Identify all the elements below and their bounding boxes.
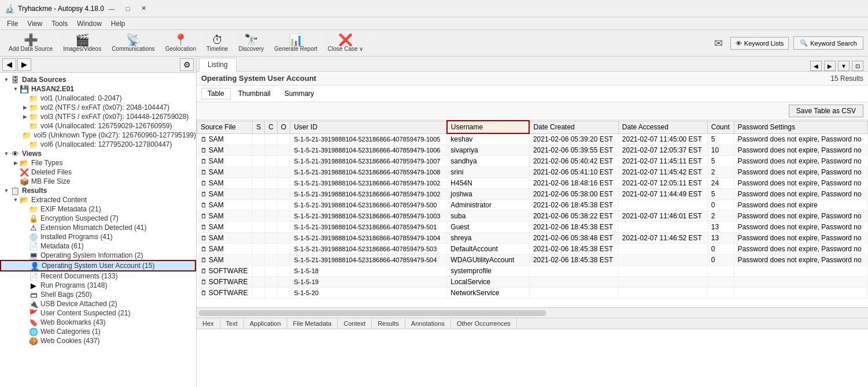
col-username[interactable]: Username	[447, 121, 530, 133]
tree-item-1[interactable]: ▼💾HASAN2.E01	[0, 84, 196, 94]
menu-tools[interactable]: Tools	[47, 18, 72, 29]
bottom-tab-text[interactable]: Text	[220, 318, 244, 329]
table-row[interactable]: 🗒 SAMS-1-5-21-3919888104-523186866-40785…	[197, 156, 868, 167]
back-button[interactable]: ◀	[2, 58, 16, 71]
tree-item-22[interactable]: ▶Run Programs (3148)	[0, 281, 196, 290]
bottom-tab-other-occurrences[interactable]: Other Occurrences	[451, 318, 517, 329]
discovery-button[interactable]: 🔭 Discovery	[234, 32, 268, 54]
col-count[interactable]: Count	[707, 121, 734, 133]
tree-toggle-3[interactable]: ▶	[21, 105, 29, 110]
table-row[interactable]: 🗒 SOFTWARES-1-5-19LocalService	[197, 277, 868, 288]
images-videos-button[interactable]: 🎬 Images/Videos	[59, 32, 105, 54]
tree-toggle-12[interactable]: ▼	[2, 188, 10, 194]
table-row[interactable]: 🗒 SAMS-1-5-21-3919888104-523186866-40785…	[197, 200, 868, 211]
tree-item-20[interactable]: 👤Operating System User Account (15)	[0, 260, 196, 271]
table-row[interactable]: 🗒 SAMS-1-5-21-3919888104-523186866-40785…	[197, 145, 868, 156]
menu-window[interactable]: Window	[72, 18, 106, 29]
table-row[interactable]: 🗒 SAMS-1-5-21-3919888104-523186866-40785…	[197, 211, 868, 222]
tab-scroll-left[interactable]: ◀	[810, 61, 822, 71]
horizontal-scrollbar[interactable]	[197, 307, 868, 318]
tree-toggle-1[interactable]: ▼	[12, 86, 20, 92]
menu-file[interactable]: File	[2, 18, 23, 29]
table-row[interactable]: 🗒 SAMS-1-5-21-3919888104-523186866-40785…	[197, 255, 868, 266]
tab-detach[interactable]: ⊡	[852, 61, 863, 71]
menu-view[interactable]: View	[23, 18, 47, 29]
bottom-tab-results[interactable]: Results	[372, 318, 405, 329]
geolocation-button[interactable]: 📍 Geolocation	[161, 32, 200, 54]
forward-button[interactable]: ▶	[17, 58, 31, 71]
tree-toggle-8[interactable]: ▼	[2, 151, 10, 157]
tree-item-27[interactable]: 🌐Web Categories (1)	[0, 327, 196, 336]
email-icon[interactable]: ✉	[711, 34, 726, 53]
listing-tab[interactable]: Listing	[199, 58, 237, 72]
table-row[interactable]: 🗒 SAMS-1-5-21-3919888104-523186866-40785…	[197, 244, 868, 255]
table-subtab[interactable]: Table	[201, 88, 231, 99]
tree-item-4[interactable]: ▶📁vol3 (NTFS / exFAT (0x07): 104448-1267…	[0, 112, 196, 121]
keyword-search-button[interactable]: 🔍 Keyword Search	[793, 36, 863, 50]
save-csv-button[interactable]: Save Table as CSV	[789, 105, 863, 117]
close-button[interactable]: ✕	[136, 3, 152, 14]
tree-toggle-0[interactable]: ▼	[2, 77, 10, 83]
table-row[interactable]: 🗒 SAMS-1-5-21-3919888104-523186866-40785…	[197, 133, 868, 145]
maximize-button[interactable]: □	[120, 3, 135, 14]
add-data-source-button[interactable]: ➕ Add Data Source	[5, 32, 57, 54]
tree-item-10[interactable]: ❌Deleted Files	[0, 168, 196, 177]
tree-item-21[interactable]: 📄Recent Documents (133)	[0, 271, 196, 281]
table-row[interactable]: 🗒 SAMS-1-5-21-3919888104-523186866-40785…	[197, 189, 868, 200]
communications-button[interactable]: 📡 Communications	[108, 32, 158, 54]
col-source-file[interactable]: Source File	[197, 121, 253, 133]
tree-item-0[interactable]: ▼🗄Data Sources	[0, 75, 196, 84]
summary-subtab[interactable]: Summary	[278, 88, 320, 99]
close-case-button[interactable]: ❌ Close Case ∨	[324, 32, 367, 54]
tree-item-17[interactable]: 💿Installed Programs (41)	[0, 232, 196, 241]
tree-toggle-13[interactable]: ▼	[12, 197, 20, 203]
col-date-created[interactable]: Date Created	[529, 121, 618, 133]
tree-item-5[interactable]: 📁vol4 (Unallocated: 126759029-126760959)	[0, 121, 196, 131]
tree-item-3[interactable]: ▶📁vol2 (NTFS / exFAT (0x07): 2048-104447…	[0, 103, 196, 112]
col-s[interactable]: S	[253, 121, 265, 133]
col-user-id[interactable]: User ID	[290, 121, 447, 133]
table-row[interactable]: 🗒 SAMS-1-5-21-3919888104-523186866-40785…	[197, 178, 868, 189]
col-o[interactable]: O	[277, 121, 290, 133]
tree-item-26[interactable]: 🔖Web Bookmarks (43)	[0, 318, 196, 327]
data-table-container[interactable]: Source File S C O User ID Username Date …	[197, 120, 868, 307]
tree-item-12[interactable]: ▼📋Results	[0, 186, 196, 195]
tree-item-24[interactable]: 🔌USB Device Attached (2)	[0, 299, 196, 308]
tree-item-25[interactable]: 🚩User Content Suspected (21)	[0, 308, 196, 318]
table-row[interactable]: 🗒 SOFTWARES-1-5-20NetworkService	[197, 288, 868, 299]
tree-item-9[interactable]: ▶📂File Types	[0, 158, 196, 168]
tree-item-16[interactable]: ⚠Extension Mismatch Detected (41)	[0, 223, 196, 232]
tree-toggle-4[interactable]: ▶	[21, 114, 29, 120]
table-row[interactable]: 🗒 SAMS-1-5-21-3919888104-523186866-40785…	[197, 167, 868, 178]
tree-item-15[interactable]: 🔒Encryption Suspected (7)	[0, 214, 196, 223]
bottom-tab-annotations[interactable]: Annotations	[405, 318, 451, 329]
col-c[interactable]: C	[265, 121, 278, 133]
tree-item-19[interactable]: 💻Operating System Information (2)	[0, 251, 196, 260]
tree-item-7[interactable]: 📁vol6 (Unallocated: 127795200-127800447)	[0, 140, 196, 149]
tree-item-11[interactable]: 📦MB File Size	[0, 177, 196, 186]
keyword-lists-button[interactable]: 👁 Keyword Lists	[730, 37, 789, 50]
tab-dropdown[interactable]: ▼	[838, 61, 849, 71]
bottom-tab-hex[interactable]: Hex	[197, 318, 220, 329]
minimize-button[interactable]: —	[104, 3, 119, 14]
table-row[interactable]: 🗒 SOFTWARES-1-5-18systemprofile	[197, 266, 868, 277]
thumbnail-subtab[interactable]: Thumbnail	[232, 88, 277, 99]
tree-item-23[interactable]: 🗃Shell Bags (250)	[0, 290, 196, 299]
table-row[interactable]: 🗒 SAMS-1-5-21-3919888104-523186866-40785…	[197, 233, 868, 244]
tree-item-14[interactable]: 📁EXIF Metadata (21)	[0, 204, 196, 214]
col-password-settings[interactable]: Password Settings	[734, 121, 867, 133]
col-date-accessed[interactable]: Date Accessed	[618, 121, 707, 133]
settings-button[interactable]: ⚙	[180, 58, 194, 71]
tree-item-13[interactable]: ▼📂Extracted Content	[0, 195, 196, 204]
bottom-tab-application[interactable]: Application	[244, 318, 287, 329]
generate-report-button[interactable]: 📊 Generate Report	[270, 32, 322, 54]
tab-scroll-right[interactable]: ▶	[824, 61, 836, 71]
tree-item-28[interactable]: 🍪Web Cookies (437)	[0, 336, 196, 345]
menu-help[interactable]: Help	[106, 18, 130, 29]
bottom-tab-context[interactable]: Context	[338, 318, 372, 329]
bottom-tab-file-metadata[interactable]: File Metadata	[287, 318, 338, 329]
tree-item-8[interactable]: ▼👁Views	[0, 149, 196, 158]
tree-item-2[interactable]: 📁vol1 (Unallocated: 0-2047)	[0, 94, 196, 103]
timeline-button[interactable]: ⏱ Timeline	[202, 32, 232, 54]
table-row[interactable]: 🗒 SAMS-1-5-21-3919888104-523186866-40785…	[197, 222, 868, 233]
